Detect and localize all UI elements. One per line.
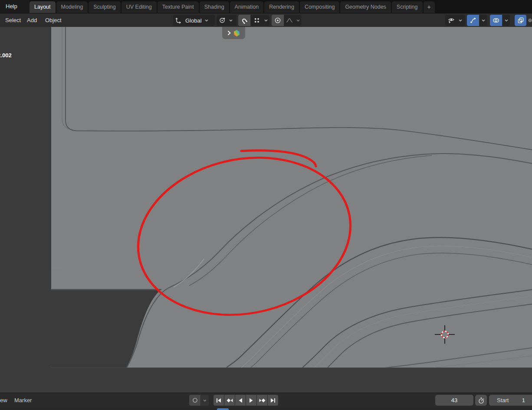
start-frame-label: Start [497, 397, 509, 403]
topbar: Help Layout Modeling Sculpting UV Editin… [0, 0, 532, 13]
playback-controls [213, 395, 278, 406]
jump-to-end-button[interactable] [268, 395, 278, 406]
snap-grid-icon [254, 17, 260, 23]
chevron-down-icon[interactable] [502, 15, 510, 26]
active-tool-icon [233, 30, 240, 37]
overlays-cluster [490, 15, 510, 26]
start-frame-field[interactable]: Start 1 [489, 395, 532, 406]
timeline-editor: ew Marker [0, 393, 532, 410]
timeline-canvas[interactable] [0, 407, 532, 410]
tab-modeling[interactable]: Modeling [56, 1, 88, 13]
sync-circle-icon [192, 397, 198, 403]
tab-texture-paint[interactable]: Texture Paint [158, 1, 199, 13]
play-reverse-button[interactable] [235, 395, 246, 406]
pivot-point-dropdown[interactable] [217, 15, 236, 26]
playhead-marker[interactable] [217, 408, 229, 410]
jump-to-start-button[interactable] [213, 395, 224, 406]
snap-target-button[interactable] [251, 15, 263, 26]
add-workspace-button[interactable]: + [424, 1, 435, 13]
stopwatch-icon [478, 397, 485, 404]
tab-rendering[interactable]: Rendering [264, 1, 299, 13]
expand-tool-header-tab[interactable] [222, 27, 245, 39]
next-keyframe-button[interactable] [257, 395, 267, 406]
blender-window: Help Layout Modeling Sculpting UV Editin… [0, 0, 532, 410]
transform-orientation-icon [173, 15, 184, 26]
snap-cluster [238, 15, 269, 26]
help-menu[interactable]: Help [6, 0, 17, 13]
chevron-down-icon[interactable] [479, 15, 487, 26]
chevron-down-icon [228, 18, 234, 23]
falloff-curve-icon [286, 17, 293, 24]
tab-compositing[interactable]: Compositing [300, 1, 339, 13]
workspace-tabstrip: Layout Modeling Sculpting UV Editing Tex… [30, 0, 532, 13]
proportional-cluster [272, 15, 301, 26]
playback-sync-button[interactable] [189, 395, 200, 406]
tab-geometry-nodes[interactable]: Geometry Nodes [340, 1, 391, 13]
object-visibility-dropdown[interactable] [445, 15, 465, 26]
snap-toggle[interactable] [238, 15, 250, 26]
view-menu[interactable]: ew [0, 393, 7, 407]
chevron-down-icon[interactable] [201, 395, 209, 406]
globe-icon [528, 16, 532, 24]
marker-menu[interactable]: Marker [14, 393, 32, 407]
add-menu[interactable]: Add [27, 13, 37, 27]
select-menu[interactable]: Select [5, 13, 21, 27]
tab-shading[interactable]: Shading [200, 1, 229, 13]
tab-layout[interactable]: Layout [30, 1, 56, 13]
pivot-point-icon [217, 15, 228, 26]
xray-toggle[interactable] [515, 15, 526, 26]
object-name-label: t.002 [0, 52, 12, 58]
eye-cursor-icon [445, 15, 457, 26]
show-overlays-toggle[interactable] [490, 15, 502, 26]
overlays-icon [493, 17, 499, 24]
chevron-down-icon[interactable] [263, 15, 269, 26]
proportional-edit-toggle[interactable] [272, 15, 284, 26]
chevron-down-icon[interactable] [295, 15, 301, 26]
chevron-down-icon [204, 18, 210, 23]
play-button[interactable] [246, 395, 256, 406]
chevron-down-icon [457, 18, 463, 23]
viewport-scene[interactable]: t.002 [0, 27, 532, 393]
prev-keyframe-button[interactable] [224, 395, 235, 406]
transform-orientation-dropdown[interactable]: Global [173, 15, 215, 26]
start-frame-value: 1 [522, 397, 525, 403]
circle-dot-icon [274, 17, 281, 24]
current-frame-value: 43 [451, 397, 457, 403]
magnet-icon [241, 17, 248, 24]
gizmo-arrow-icon [470, 17, 476, 24]
gizmo-cluster [467, 15, 487, 26]
3d-viewport[interactable]: t.002 [0, 27, 532, 393]
orientation-value: Global [185, 17, 202, 24]
chevron-right-icon [227, 30, 231, 36]
use-preview-range-button[interactable] [475, 395, 487, 406]
object-menu[interactable]: Object [45, 13, 62, 27]
tab-uv-editing[interactable]: UV Editing [122, 1, 157, 13]
tab-sculpting[interactable]: Sculpting [89, 1, 120, 13]
tab-scripting[interactable]: Scripting [392, 1, 423, 13]
xray-icon [517, 17, 524, 24]
show-gizmos-toggle[interactable] [467, 15, 479, 26]
tab-animation[interactable]: Animation [230, 1, 264, 13]
viewport-header: Select Add Object Global [0, 13, 532, 27]
wall-strip [51, 27, 62, 269]
viewport-shading-button[interactable] [528, 15, 532, 26]
current-frame-field[interactable]: 43 [435, 395, 473, 406]
falloff-button[interactable] [284, 15, 295, 26]
